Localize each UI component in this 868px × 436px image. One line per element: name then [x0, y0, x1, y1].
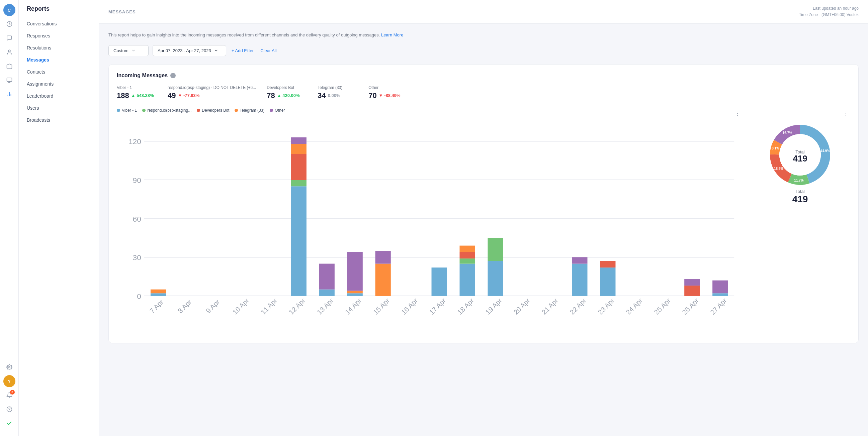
user-avatar[interactable]: Y [3, 375, 16, 387]
integrations-icon[interactable] [3, 74, 16, 86]
legend-dot [197, 109, 200, 112]
bar-chart: 03060901207 Apr8 Apr9 Apr10 Apr11 Apr12 … [117, 121, 742, 335]
stat-change: ▼ -88.49% [379, 93, 401, 98]
svg-rect-45 [432, 267, 447, 296]
svg-rect-61 [600, 261, 615, 267]
svg-rect-66 [684, 279, 700, 286]
legend-and-menu: Viber - 1respond.io(bsp-staging...Develo… [117, 108, 742, 118]
stat-change: 0.00% [328, 93, 340, 98]
donut-chart-container: ⋮ 44.9%11.7%18.6%8.1%16.7%Total419 Total… [750, 108, 850, 335]
svg-text:16 Apr: 16 Apr [400, 297, 419, 316]
svg-rect-38 [347, 291, 363, 293]
app-logo-avatar[interactable]: C [3, 4, 16, 16]
stat-item: Other 70 ▼ -88.49% [368, 85, 409, 100]
legend-dot [117, 109, 120, 112]
donut-total-label: Total [793, 189, 808, 194]
content-area: This report helps to gain insights into … [99, 24, 868, 436]
svg-text:13 Apr: 13 Apr [315, 297, 335, 316]
svg-text:12 Apr: 12 Apr [287, 297, 307, 316]
svg-rect-42 [375, 251, 391, 264]
svg-point-8 [8, 366, 10, 368]
svg-rect-60 [600, 267, 615, 296]
legend-dot [270, 109, 273, 112]
notifications-icon[interactable]: 3 [3, 389, 16, 401]
svg-text:23 Apr: 23 Apr [596, 297, 616, 316]
legend-item: respond.io(bsp-staging... [142, 108, 191, 113]
svg-text:27 Apr: 27 Apr [709, 297, 728, 316]
svg-rect-50 [459, 245, 475, 252]
card-title: Incoming Messages [117, 73, 168, 78]
svg-text:20 Apr: 20 Apr [512, 297, 531, 316]
legend-label: Other [275, 108, 285, 113]
svg-text:120: 120 [128, 137, 141, 146]
stat-item: Developers Bot 78 ▲ 420.00% [267, 85, 307, 100]
sidebar-item-resolutions[interactable]: Resolutions [19, 42, 99, 54]
svg-rect-31 [291, 144, 307, 154]
stat-change: ▼ -77.93% [178, 93, 199, 98]
donut-svg: 44.9%11.7%18.6%8.1%16.7%Total419 [763, 118, 837, 192]
date-range-dropdown[interactable]: Apr 07, 2023 - Apr 27, 2023 [153, 45, 226, 56]
sidebar-item-broadcasts[interactable]: Broadcasts [19, 114, 99, 126]
stat-label: respond.io(bsp-staging) - DO NOT DELETE … [168, 85, 256, 90]
type-filter-dropdown[interactable]: Custom [108, 45, 149, 56]
help-icon[interactable] [3, 403, 16, 415]
sidebar-item-assignments[interactable]: Assignments [19, 78, 99, 90]
stat-item: Viber - 1 188 ▲ 548.28% [117, 85, 157, 100]
stats-row: Viber - 1 188 ▲ 548.28% respond.io(bsp-s… [117, 85, 850, 100]
svg-rect-68 [712, 293, 728, 296]
legend-item: Viber - 1 [117, 108, 137, 113]
sidebar: Reports Conversations Responses Resoluti… [19, 0, 99, 436]
svg-text:22 Apr: 22 Apr [568, 297, 588, 316]
svg-rect-37 [347, 293, 363, 296]
svg-rect-47 [459, 264, 475, 296]
bar-chart-container: Viber - 1respond.io(bsp-staging...Develo… [117, 108, 742, 335]
info-icon[interactable]: i [170, 73, 176, 78]
stat-item: Telegram (33) 34 0.00% [317, 85, 358, 100]
description-text: This report helps to gain insights into … [108, 32, 859, 38]
stat-label: Telegram (33) [317, 85, 358, 90]
contacts-icon[interactable] [3, 46, 16, 58]
checkmark-icon[interactable] [3, 417, 16, 429]
donut-label: 8.1% [772, 146, 779, 150]
svg-rect-48 [459, 259, 475, 264]
stat-label: Other [368, 85, 409, 90]
svg-rect-35 [319, 264, 335, 289]
svg-text:17 Apr: 17 Apr [428, 297, 447, 316]
svg-text:0: 0 [137, 292, 141, 301]
sidebar-item-messages[interactable]: Messages [19, 54, 99, 66]
svg-text:18 Apr: 18 Apr [456, 297, 475, 316]
sidebar-item-conversations[interactable]: Conversations [19, 18, 99, 30]
svg-rect-65 [684, 286, 700, 296]
incoming-messages-card: Incoming Messages i Viber - 1 188 ▲ 548.… [108, 64, 859, 343]
sidebar-item-responses[interactable]: Responses [19, 30, 99, 42]
sidebar-item-contacts[interactable]: Contacts [19, 66, 99, 78]
dashboard-icon[interactable] [3, 18, 16, 30]
svg-rect-32 [291, 137, 307, 144]
legend-item: Developers Bot [197, 108, 229, 113]
clear-all-button[interactable]: Clear All [259, 45, 278, 56]
svg-rect-34 [319, 290, 335, 296]
timezone: Time Zone - (GMT+06:00) Vostok [799, 12, 859, 18]
svg-rect-69 [712, 280, 728, 294]
stat-item: respond.io(bsp-staging) - DO NOT DELETE … [168, 85, 256, 100]
svg-text:21 Apr: 21 Apr [540, 297, 559, 316]
icon-bar: C Y 3 [0, 0, 19, 436]
sidebar-item-leaderboard[interactable]: Leaderboard [19, 90, 99, 102]
filters-row: Custom Apr 07, 2023 - Apr 27, 2023 + Add… [108, 45, 859, 56]
broadcast-icon[interactable] [3, 60, 16, 72]
conversations-icon[interactable] [3, 32, 16, 44]
svg-rect-57 [572, 264, 587, 296]
learn-more-link[interactable]: Learn More [381, 32, 403, 37]
svg-text:25 Apr: 25 Apr [652, 297, 672, 316]
donut-menu-button[interactable]: ⋮ [842, 108, 850, 118]
settings-icon[interactable] [3, 361, 16, 373]
stat-value: 49 ▼ -77.93% [168, 91, 256, 100]
add-filter-button[interactable]: + Add Filter [230, 45, 255, 56]
svg-text:30: 30 [133, 253, 141, 262]
chart-menu-button[interactable]: ⋮ [733, 108, 742, 118]
stat-label: Developers Bot [267, 85, 307, 90]
sidebar-item-users[interactable]: Users [19, 102, 99, 114]
svg-rect-49 [459, 252, 475, 259]
donut-center: Total 419 [793, 189, 808, 205]
reports-icon[interactable] [3, 88, 16, 100]
